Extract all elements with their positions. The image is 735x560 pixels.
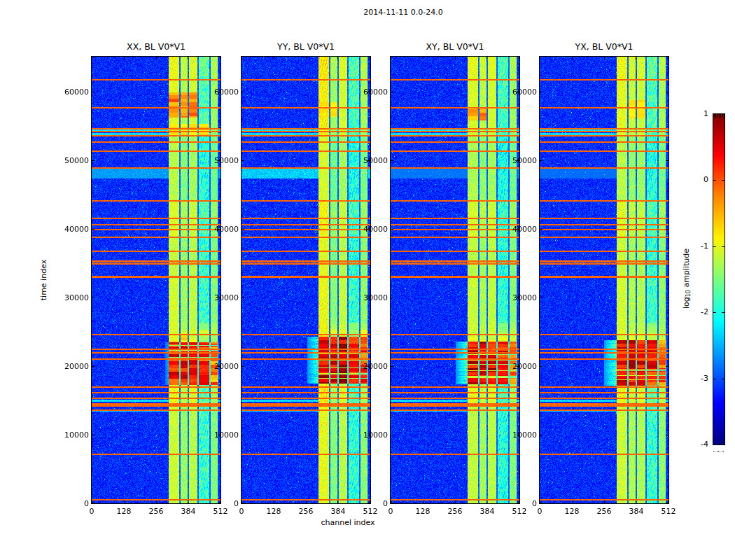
colorbar-tick-mark (722, 312, 724, 313)
colorbar-label-suffix: amplitude (682, 248, 691, 290)
x-tick-label: 0 (239, 507, 244, 515)
y-tick-label: 0 (532, 500, 537, 507)
x-tick-label: 128 (565, 507, 580, 515)
colorbar-tick-label: 1 (704, 110, 708, 118)
colorbar-bottom-dot (715, 451, 715, 452)
x-tick-label: 384 (331, 507, 346, 515)
x-tick-label: 256 (299, 507, 314, 515)
colorbar-tick-label: -2 (701, 308, 708, 316)
colorbar-bottom-dot (722, 451, 722, 452)
y-tick-label: 60000 (64, 88, 89, 95)
x-tick-label: 384 (629, 507, 644, 515)
y-tick-label: 60000 (214, 88, 239, 95)
x-axis-label: channel index (321, 518, 374, 527)
colorbar-bottom-dot (720, 451, 720, 452)
panel-xx: XX, BL V0*V1 (92, 57, 220, 503)
colorbar-tick-mark (722, 379, 724, 379)
y-tick-label: 40000 (64, 225, 89, 232)
colorbar-label-subscript: 10 (685, 290, 692, 297)
colorbar-tick-mark (713, 246, 716, 247)
panel-title-xx: XX, BL V0*V1 (127, 41, 186, 52)
colorbar-tick-mark (713, 180, 716, 181)
colorbar-end-hatch (718, 114, 718, 118)
colorbar-end-hatch (719, 114, 720, 118)
colorbar (713, 113, 725, 445)
y-tick-label: 60000 (363, 88, 388, 95)
heatmap-canvas-xx (92, 57, 220, 503)
colorbar-end-hatch (714, 114, 715, 118)
y-axis-label: time index (39, 260, 48, 300)
x-tick-label: 512 (512, 507, 527, 515)
x-tick-label: 512 (662, 507, 676, 515)
y-tick-label: 50000 (512, 156, 537, 164)
x-tick-label: 128 (267, 507, 281, 515)
heatmap-canvas-yx (540, 57, 668, 503)
y-tick-label: 10000 (512, 430, 537, 438)
x-tick-label: 384 (480, 507, 495, 515)
heatmap-canvas-xy (391, 57, 519, 503)
y-tick-label: 30000 (64, 293, 89, 301)
y-tick-label: 40000 (363, 225, 388, 232)
x-tick-label: 0 (90, 507, 94, 515)
x-tick-label: 0 (538, 507, 542, 515)
x-tick-label: 512 (363, 507, 378, 515)
colorbar-label-prefix: log (682, 297, 691, 309)
y-tick-label: 10000 (214, 430, 239, 438)
y-tick-label: 20000 (64, 362, 89, 370)
y-tick-label: 20000 (363, 362, 388, 370)
y-tick-label: 0 (234, 500, 239, 507)
panel-yx: YX, BL V0*V1 (540, 57, 668, 503)
panel-title-yx: YX, BL V0*V1 (575, 41, 634, 52)
y-tick-label: 10000 (64, 430, 89, 438)
y-tick-label: 30000 (214, 293, 239, 301)
y-tick-label: 20000 (214, 362, 239, 370)
colorbar-tick-label: -3 (701, 374, 708, 382)
x-tick-label: 128 (416, 507, 430, 515)
y-tick-label: 30000 (512, 293, 537, 301)
x-tick-label: 384 (181, 507, 196, 515)
y-tick-label: 50000 (64, 156, 89, 164)
y-tick-label: 40000 (214, 225, 239, 232)
y-tick-label: 50000 (363, 156, 388, 164)
panel-xy: XY, BL V0*V1 (391, 57, 519, 503)
y-tick-label: 0 (84, 500, 89, 507)
colorbar-tick-mark (722, 246, 724, 247)
y-tick-label: 60000 (512, 88, 537, 95)
colorbar-tick-label: 0 (704, 176, 708, 183)
x-tick-label: 256 (597, 507, 612, 515)
heatmap-canvas-yy (241, 57, 370, 503)
y-tick-label: 20000 (512, 362, 537, 370)
colorbar-tick-mark (713, 312, 716, 313)
x-tick-label: 512 (214, 507, 228, 515)
colorbar-bottom-dot (717, 451, 718, 452)
colorbar-tick-mark (722, 180, 724, 181)
y-tick-label: 30000 (363, 293, 388, 301)
x-tick-label: 0 (388, 507, 393, 515)
y-tick-label: 40000 (512, 225, 537, 232)
x-tick-label: 256 (448, 507, 463, 515)
colorbar-bottom-dot (713, 451, 714, 452)
figure-title: 2014-11-11 0.0-24.0 (363, 8, 442, 17)
panel-yy: YY, BL V0*V1 (241, 57, 370, 503)
colorbar-tick-label: -4 (701, 440, 708, 448)
colorbar-tick-mark (713, 379, 716, 379)
colorbar-label: log10 amplitude (682, 248, 692, 309)
x-tick-label: 256 (149, 507, 164, 515)
colorbar-end-hatch (715, 114, 716, 118)
panel-title-xy: XY, BL V0*V1 (426, 41, 484, 52)
colorbar-end-hatch (724, 114, 724, 118)
colorbar-bottom-dot (723, 451, 724, 452)
y-tick-label: 0 (383, 500, 388, 507)
y-tick-label: 10000 (363, 430, 388, 438)
panel-title-yy: YY, BL V0*V1 (277, 41, 335, 52)
colorbar-end-hatch (722, 114, 723, 118)
y-tick-label: 50000 (214, 156, 239, 164)
colorbar-bottom-dot (718, 451, 719, 452)
figure: 2014-11-11 0.0-24.0 time index channel i… (0, 0, 735, 560)
colorbar-tick-label: -1 (701, 241, 708, 249)
x-tick-label: 128 (117, 507, 132, 515)
colorbar-end-hatch (720, 114, 721, 118)
